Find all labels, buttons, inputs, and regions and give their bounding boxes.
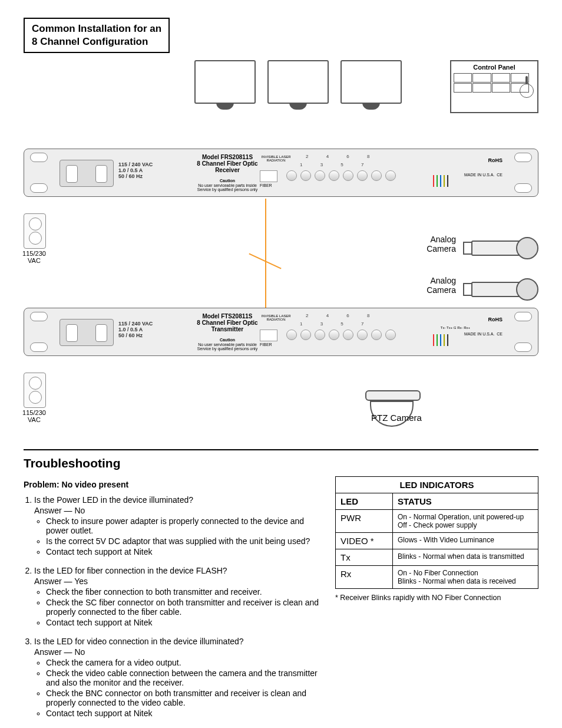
monitor-row (194, 60, 402, 104)
rohs-label: RoHS (488, 157, 503, 163)
fiber-port-icon (260, 170, 277, 182)
terminal-wires-icon (432, 334, 467, 346)
troubleshooting-step: Is the LED for fiber connection in the d… (34, 566, 323, 627)
checklist-item: Check the BNC connector on both transmit… (46, 689, 323, 707)
step-question: Is the LED for fiber connection in the d… (34, 566, 323, 575)
fiber-port-icon (260, 330, 277, 341)
led-name-cell: PWR (336, 510, 393, 533)
port-labels-bottom: 1 3 5 7 (300, 162, 372, 167)
step-checklist: Check to insure power adapter is properl… (35, 516, 323, 556)
bnc-ports (286, 170, 396, 181)
problem-title: Problem: No video present (24, 480, 323, 489)
analog-camera-label: AnalogCamera (427, 276, 456, 295)
port-labels-bottom: 1 3 5 7 (300, 321, 372, 327)
step-checklist: Check the camera for a video output.Chec… (35, 658, 323, 718)
power-outlet-icon (24, 213, 46, 249)
led-name-cell: Tx (336, 549, 393, 566)
terminal-wires-icon (432, 175, 467, 187)
bnc-ports (286, 330, 396, 340)
checklist-item: Check the SC fiber connector on both tra… (46, 598, 323, 617)
power-inlet-icon (59, 160, 114, 187)
table-row: VIDEO *Glows - With Video Luminance (336, 533, 538, 549)
transmitter-unit: 115 / 240 VAC1.0 / 0.5 A50 / 60 Hz Model… (24, 308, 538, 356)
checklist-item: Check the fiber connection to both trans… (46, 587, 323, 597)
checklist-item: Check to insure power adapter is properl… (46, 516, 323, 535)
laser-warning: INVISIBLE LASER RADIATION (260, 314, 292, 321)
installation-diagram: Control Panel 115 / 240 VAC1.0 / 0.5 A50… (24, 60, 538, 437)
caution-head: Caution (220, 179, 235, 183)
troubleshooting-steps: Is the Power LED in the device illuminat… (24, 495, 323, 718)
made-label: MADE IN U.S.A. (464, 173, 494, 177)
port-labels-top: 2 4 6 8 (306, 313, 378, 318)
fiber-label: FIBER (260, 342, 272, 347)
led-name-cell: Rx (336, 566, 393, 589)
led-indicator-table: LED INDICATORS LED STATUS PWROn - Normal… (335, 476, 538, 589)
caution-head: Caution (220, 338, 235, 342)
ce-mark: CE (497, 332, 503, 336)
receiver-unit: 115 / 240 VAC1.0 / 0.5 A50 / 60 Hz Model… (24, 149, 538, 197)
step-question: Is the Power LED in the device illuminat… (34, 495, 323, 505)
caution-body: No user serviceable parts insideService … (197, 342, 257, 351)
led-status-cell: Glows - With Video Luminance (393, 533, 538, 549)
led-status-cell: On - Normal Operation, unit powered-upOf… (393, 510, 538, 533)
step-checklist: Check the fiber connection to both trans… (35, 587, 323, 627)
table-row: PWROn - Normal Operation, unit powered-u… (336, 510, 538, 533)
diagram-title: Common Installation for an8 Channel Conf… (24, 18, 170, 53)
fiber-label: FIBER (260, 183, 272, 187)
made-label: MADE IN U.S.A. (464, 332, 494, 336)
led-table-title: LED INDICATORS (336, 477, 538, 493)
step-question: Is the LED for video connection in the d… (34, 637, 323, 646)
ce-mark: CE (497, 173, 503, 177)
caution-body: No user serviceable parts insideService … (197, 183, 257, 192)
analog-camera-icon (468, 278, 538, 298)
control-panel-icon: Control Panel (450, 60, 538, 113)
troubleshooting-step: Is the LED for video connection in the d… (34, 637, 323, 718)
power-outlet-icon (24, 373, 46, 408)
led-table-footnote: * Receiver Blinks rapidly with NO Fiber … (335, 594, 538, 602)
checklist-item: Contact tech support at Nitek (46, 547, 323, 556)
section-divider (24, 449, 538, 450)
checklist-item: Is the correct 5V DC adaptor that was su… (46, 536, 323, 546)
ptz-camera-label: PTZ Camera (371, 413, 422, 423)
step-answer: Answer — No (34, 647, 323, 657)
laser-warning: INVISIBLE LASER RADIATION (260, 155, 292, 162)
outlet-label: 115/230VAC (16, 250, 52, 264)
terminal-labels: Tx- Tx+ G Rx- Rx+ (441, 326, 470, 330)
led-col-header: LED (336, 493, 393, 510)
power-spec: 115 / 240 VAC1.0 / 0.5 A50 / 60 Hz (118, 321, 153, 339)
checklist-item: Contact tech support at Nitek (46, 618, 323, 627)
step-answer: Answer — No (34, 506, 323, 515)
monitor-icon (267, 60, 329, 104)
outlet-label: 115/230VAC (16, 409, 52, 423)
troubleshooting-step: Is the Power LED in the device illuminat… (34, 495, 323, 556)
monitor-icon (340, 60, 402, 104)
joystick-icon (520, 84, 534, 98)
analog-camera-label: AnalogCamera (427, 235, 456, 253)
status-col-header: STATUS (393, 493, 538, 510)
power-spec: 115 / 240 VAC1.0 / 0.5 A50 / 60 Hz (118, 162, 153, 180)
step-answer: Answer — Yes (34, 577, 323, 586)
control-panel-label: Control Panel (454, 64, 535, 71)
checklist-item: Check the video cable connection between… (46, 668, 323, 687)
led-status-cell: On - No Fiber ConnectionBlinks - Normal … (393, 566, 538, 589)
analog-camera-icon (468, 237, 538, 257)
troubleshooting-text: Problem: No video present Is the Power L… (24, 476, 323, 727)
troubleshooting-heading: Troubleshooting (24, 456, 538, 470)
table-row: RxOn - No Fiber ConnectionBlinks - Norma… (336, 566, 538, 589)
power-inlet-icon (59, 319, 114, 346)
led-name-cell: VIDEO * (336, 533, 393, 549)
table-row: TxBlinks - Normal when data is transmitt… (336, 549, 538, 566)
monitor-icon (194, 60, 256, 104)
checklist-item: Contact tech support at Nitek (46, 709, 323, 718)
rohs-label: RoHS (488, 317, 503, 322)
led-status-cell: Blinks - Normal when data is transmitted (393, 549, 538, 566)
port-labels-top: 2 4 6 8 (306, 154, 378, 159)
checklist-item: Check the camera for a video output. (46, 658, 323, 667)
